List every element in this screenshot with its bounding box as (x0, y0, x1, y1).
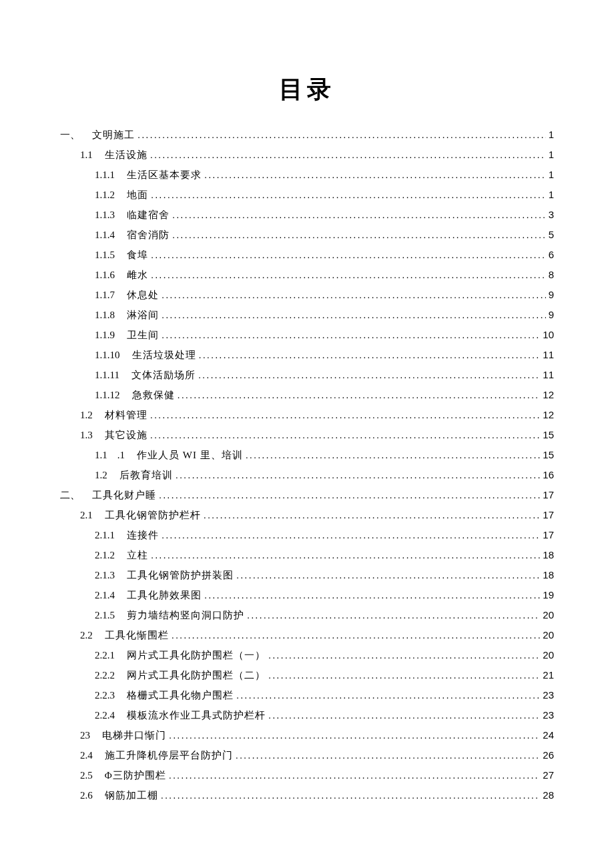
toc-entry-page: 16 (543, 465, 554, 485)
toc-entry-number: 1.1.8 (95, 305, 127, 325)
toc-leader-dots (150, 405, 541, 425)
toc-entry: 2.1.5剪力墙结构竖向洞口防护20 (60, 605, 554, 625)
toc-entry: 2.4施工升降机停层平台防护门26 (60, 745, 554, 765)
toc-leader-dots (169, 765, 541, 785)
toc-entry: 2.1工具化钢管防护栏杆17 (60, 505, 554, 525)
toc-entry-number: 1.1.1 (95, 165, 127, 185)
toc-entry-label: 电梯井口惭门 (102, 725, 166, 745)
toc-entry: 2.2.4模板流水作业工具式防护栏杆23 (60, 705, 554, 725)
toc-entry-label: 临建宿舍 (127, 205, 170, 225)
toc-entry-page: 21 (543, 665, 554, 685)
toc-entry-label: 淋浴间 (127, 305, 159, 325)
toc-entry-label: 其它设施 (105, 425, 147, 445)
toc-entry-page: 17 (543, 505, 554, 525)
toc-entry-label: 工具化钢管防护栏杆 (105, 505, 201, 525)
toc-entry-number: 2.1.3 (95, 565, 127, 585)
toc-entry-page: 18 (543, 565, 554, 585)
toc-leader-dots (172, 625, 541, 645)
toc-entry-number: 2.2.1 (95, 645, 127, 665)
toc-entry-number: 2.1 (80, 505, 105, 525)
toc-leader-dots (162, 305, 546, 325)
toc-entry-label: 卫生间 (127, 325, 159, 345)
toc-leader-dots (162, 325, 540, 345)
toc-leader-dots (150, 425, 541, 445)
toc-entry-number: 1.1.10 (95, 345, 132, 365)
toc-entry: 二、工具化财户睡17 (60, 485, 554, 505)
toc-entry-label: 生活垃圾处理 (132, 345, 196, 365)
toc-leader-dots (236, 745, 541, 765)
toc-entry-page: 9 (549, 305, 554, 325)
toc-entry: 1.1.6雌水8 (60, 265, 554, 285)
toc-entry-number: 2.1.5 (95, 605, 127, 625)
toc-entry-number: 1.2 (95, 465, 119, 485)
toc-entry: 1.2后教育培训16 (60, 465, 554, 485)
toc-leader-dots (246, 445, 541, 465)
toc-entry-page: 10 (543, 325, 554, 345)
toc-entry-page: 3 (549, 205, 554, 225)
toc-entry-page: 5 (549, 225, 554, 245)
toc-leader-dots (162, 285, 546, 305)
toc-entry-label: 食埠 (127, 245, 148, 265)
toc-entry: 一、文明施工1 (60, 125, 554, 145)
toc-entry: 1.1.5食埠6 (60, 245, 554, 265)
toc-entry-label: 工具化钢管防护拼装图 (127, 565, 234, 585)
toc-entry-page: 20 (543, 625, 554, 645)
toc-entry-number: 2.2.4 (95, 705, 127, 725)
toc-entry-label: Φ三防护围栏 (105, 765, 166, 785)
toc-entry: 1.1生活设施1 (60, 145, 554, 165)
toc-entry: 2.1.3工具化钢管防护拼装图18 (60, 565, 554, 585)
toc-entry-number: 二、 (60, 485, 92, 505)
toc-entry: 1.1.7休息处9 (60, 285, 554, 305)
toc-entry-label: 生活区基本要求 (127, 165, 202, 185)
toc-entry-number: 2.1.4 (95, 585, 127, 605)
toc-entry: 1.1.2地面1 (60, 185, 554, 205)
toc-entry-label: 生活设施 (105, 145, 147, 165)
toc-entry-page: 1 (549, 165, 554, 185)
toc-entry-number: 23 (80, 725, 102, 745)
toc-entry: 1.1.1生活区基本要求1 (60, 165, 554, 185)
toc-entry-page: 8 (549, 265, 554, 285)
toc-entry: 2.2.1网片式工具化防护围栏（一）20 (60, 645, 554, 665)
toc-entry-number: 1.1.7 (95, 285, 127, 305)
toc-entry-label: 格栅式工具化物户围栏 (127, 685, 234, 705)
toc-entry: 2.2工具化惭围栏20 (60, 625, 554, 645)
toc-entry-page: 6 (549, 245, 554, 265)
toc-entry-page: 26 (543, 745, 554, 765)
toc-entry-number: 2.6 (80, 785, 105, 805)
toc-entry-page: 23 (543, 705, 554, 725)
toc-entry-number: 1.1.2 (95, 185, 127, 205)
toc-entry-label: 休息处 (127, 285, 159, 305)
toc-entry: 2.1.1连接件17 (60, 525, 554, 545)
toc-entry-label: 钢筋加工棚 (105, 785, 158, 805)
toc-entry-page: 9 (549, 285, 554, 305)
toc-entry-number: 2.1.2 (95, 545, 127, 565)
toc-leader-dots (151, 185, 546, 205)
toc-entry-label: 材料管理 (105, 405, 147, 425)
toc-entry-number: 1.2 (80, 405, 105, 425)
toc-entry-label: 宿舍消防 (127, 225, 170, 245)
toc-entry-number: 2.4 (80, 745, 105, 765)
toc-leader-dots (236, 565, 540, 585)
toc-leader-dots (204, 505, 541, 525)
toc-entry-page: 18 (543, 545, 554, 565)
toc-entry-label: 网片式工具化防护围栏（二） (127, 665, 266, 685)
toc-entry-label: 工具化惭围栏 (105, 625, 169, 645)
toc-entry-label: 立柱 (127, 545, 148, 565)
toc-entry-page: 19 (543, 585, 554, 605)
toc-entry-label: 文体活励场所 (131, 365, 196, 385)
toc-entry: 2.1.2立柱18 (60, 545, 554, 565)
toc-entry-label: 雌水 (127, 265, 148, 285)
toc-entry-page: 17 (543, 485, 554, 505)
toc-entry-number: 1.1 (80, 145, 105, 165)
toc-leader-dots (172, 205, 546, 225)
toc-entry-number: 1.1.6 (95, 265, 127, 285)
toc-entry-page: 11 (543, 345, 554, 365)
toc-entry-page: 20 (543, 605, 554, 625)
toc-leader-dots (268, 665, 540, 685)
toc-entry-label: 模板流水作业工具式防护栏杆 (127, 705, 266, 725)
toc-entry-number: 2.2.3 (95, 685, 127, 705)
toc-entry-number: 1.3 (80, 425, 105, 445)
toc-entry-number: 一、 (60, 125, 92, 145)
toc-entry-label: 施工升降机停层平台防护门 (105, 745, 233, 765)
toc-entry-number: 2.5 (80, 765, 105, 785)
